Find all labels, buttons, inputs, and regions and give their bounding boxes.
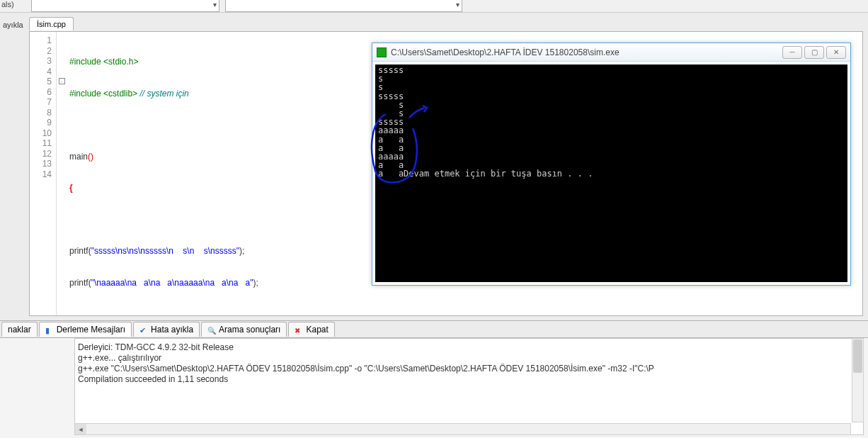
compile-log[interactable]: Derleyici: TDM-GCC 4.9.2 32-bit Release … (74, 338, 864, 435)
truncated-label: als) (1, 0, 14, 9)
console-app-icon (377, 47, 387, 57)
check-icon (139, 325, 148, 334)
console-window: C:\Users\Samet\Desktop\2.HAFTA İDEV 1518… (372, 43, 851, 286)
combo-2[interactable] (225, 0, 462, 12)
bottom-panel: naklar Derleme Mesajları Hata ayıkla Ara… (0, 320, 868, 438)
bars-icon (45, 325, 54, 334)
fold-column: - (57, 32, 67, 315)
console-output: sssss s s sssss s s sssss aaaaa a a a a … (375, 64, 847, 282)
file-tab-bar: İsim.cpp (29, 16, 74, 31)
console-title-text: C:\Users\Samet\Desktop\2.HAFTA İDEV 1518… (391, 47, 782, 57)
maximize-button[interactable]: ▢ (804, 46, 824, 59)
fold-toggle-icon[interactable]: - (59, 78, 65, 84)
log-scrollbar-horizontal[interactable]: ◄ (74, 423, 851, 435)
tab-naklar[interactable]: naklar (1, 322, 38, 337)
log-scrollbar-vertical[interactable] (852, 338, 864, 422)
close-button[interactable]: ✕ (826, 46, 846, 59)
tab-derleme[interactable]: Derleme Mesajları (39, 322, 132, 337)
tab-kapat[interactable]: Kapat (288, 322, 334, 337)
close-icon (295, 325, 303, 334)
tab-arama[interactable]: Arama sonuçları (201, 322, 287, 337)
line-gutter: 1 2 3 4 5 6 7 8 9 10 11 12 13 14 (30, 32, 57, 315)
bottom-tabs: naklar Derleme Mesajları Hata ayıkla Ara… (0, 321, 868, 338)
minimize-button[interactable]: ─ (782, 46, 802, 59)
combo-1[interactable] (31, 0, 219, 12)
file-tab-isim[interactable]: İsim.cpp (29, 17, 74, 30)
top-toolbar: als) (0, 0, 868, 13)
tab-hata[interactable]: Hata ayıkla (133, 322, 200, 337)
left-sidebar: ayıkla (0, 18, 25, 31)
console-titlebar[interactable]: C:\Users\Samet\Desktop\2.HAFTA İDEV 1518… (372, 43, 850, 62)
search-icon (207, 325, 216, 334)
side-tab-ayikla[interactable]: ayıkla (0, 18, 25, 31)
